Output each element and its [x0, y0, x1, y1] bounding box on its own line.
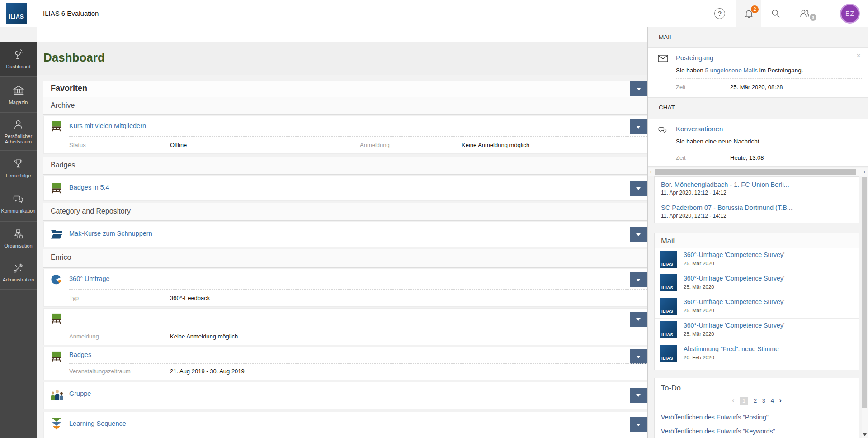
item-title-link[interactable]: Badges in 5.4 — [69, 184, 109, 191]
event-list-item: SC Paderborn 07 - Borussia Dortmund (T.B… — [655, 200, 859, 223]
caret-down-icon — [636, 279, 641, 281]
konversationen-link[interactable]: Konversationen — [676, 125, 723, 133]
close-icon[interactable]: ✕ — [856, 52, 861, 59]
calendar-events-list: Bor. Mönchengladbach - 1. FC Union Berli… — [654, 176, 859, 223]
chat-notification-text: Sie haben eine neue Nachricht. — [676, 138, 761, 145]
item-actions-dropdown[interactable] — [630, 417, 647, 432]
property-label: Status — [69, 142, 86, 148]
top-bar: ILIAS ILIAS 6 Evaluation ? 2 3 EZ — [0, 0, 868, 27]
time-label: Zeit — [676, 84, 686, 90]
sidebar-item-kommunikation[interactable]: Kommunikation — [0, 186, 37, 222]
ilias-logo-tile: ILIAS — [660, 274, 677, 291]
item-title-link[interactable]: Kurs mit vielen Mitgliedern — [69, 122, 146, 129]
section-title: Enrico — [51, 253, 71, 262]
mail-list-item: ILIAS 360°-Umfrage 'Competence Survey' 2… — [655, 319, 859, 342]
event-list-item: Bor. Mönchengladbach - 1. FC Union Berli… — [655, 177, 859, 200]
todo-widget-title: To-Do — [661, 384, 681, 392]
envelope-icon — [658, 55, 668, 62]
item-title-link[interactable]: Mak-Kurse zum Schnuppern — [69, 230, 152, 237]
todo-item-link[interactable]: Veröffentlichen des Entwurfs "Posting" — [655, 410, 859, 424]
unread-mails-link[interactable]: 5 ungelesene Mails — [705, 67, 758, 74]
pager-page-4[interactable]: 4 — [771, 397, 774, 404]
caret-down-icon — [636, 356, 641, 358]
event-date: 11. Apr 2020, 12:12 - 14:12 — [661, 213, 853, 219]
sidebar-item-label: Organisation — [3, 243, 33, 248]
item-actions-dropdown[interactable] — [630, 227, 647, 242]
sidebar-item-label: Kommunikation — [0, 208, 37, 214]
sidebar-item-arbeitsraum[interactable]: Persönlicher Arbeitsraum — [0, 113, 37, 151]
mail-section-header: MAIL — [659, 34, 673, 41]
divider — [69, 328, 647, 328]
item-title-link[interactable]: 360° Umfrage — [69, 275, 110, 282]
favorites-panel: Favoriten Archive Kurs mit vielen Mitgli… — [43, 81, 647, 438]
item-actions-dropdown[interactable] — [630, 349, 647, 364]
repository-icon — [13, 85, 24, 96]
online-users-button[interactable]: 3 — [792, 0, 817, 27]
user-avatar[interactable]: EZ — [840, 4, 860, 24]
sidebar-item-label: Lernerfolge — [5, 173, 32, 178]
property-label: Anmeldung — [360, 142, 390, 148]
favorites-actions-dropdown[interactable] — [630, 81, 647, 96]
item-card-gruppe: Gruppe — [43, 382, 647, 409]
favorites-title: Favoriten — [51, 84, 87, 93]
chat-bubbles-icon — [13, 194, 24, 205]
item-title-link[interactable]: Badges — [69, 351, 91, 358]
pager-page-1[interactable]: 1 — [740, 397, 748, 405]
pager-page-2[interactable]: 2 — [754, 397, 757, 404]
tools-icon — [13, 262, 24, 274]
item-actions-dropdown[interactable] — [630, 312, 647, 327]
property-value: Offline — [170, 142, 187, 148]
event-title-link[interactable]: SC Paderborn 07 - Borussia Dortmund (T.B… — [661, 204, 853, 211]
property-value: 360°-Feedback — [170, 295, 210, 301]
item-actions-dropdown[interactable] — [630, 181, 647, 196]
sidebar-item-dashboard[interactable]: Dashboard — [0, 42, 37, 77]
item-actions-dropdown[interactable] — [630, 272, 647, 287]
mail-title-link[interactable]: 360°-Umfrage 'Competence Survey' — [684, 275, 784, 282]
divider — [69, 436, 647, 436]
main-nav-sidebar: Dashboard Magazin Persönlicher Arbeitsra… — [0, 42, 37, 438]
item-card-learning-sequence: Learning Sequence — [43, 412, 647, 438]
notification-center-panel: MAIL Posteingang ✕ Sie haben 5 ungelesen… — [647, 27, 868, 438]
mail-title-link[interactable]: 360°-Umfrage 'Competence Survey' — [684, 298, 784, 305]
sidebar-item-magazin[interactable]: Magazin — [0, 77, 37, 113]
mail-title-link[interactable]: 360°-Umfrage 'Competence Survey' — [684, 322, 784, 329]
item-title-link[interactable]: Gruppe — [69, 390, 91, 397]
help-button[interactable]: ? — [707, 0, 732, 27]
mail-widget-header: Mail — [655, 233, 859, 248]
vertical-scrollbar[interactable] — [862, 176, 868, 438]
course-icon — [50, 120, 62, 132]
vertical-scrollbar-handle[interactable] — [862, 177, 867, 408]
divider — [69, 289, 647, 290]
text: im Posteingang. — [758, 67, 803, 74]
scroll-right-icon[interactable]: › — [862, 169, 867, 175]
horizontal-scrollbar[interactable]: ‹ › — [648, 168, 868, 176]
sidebar-item-administration[interactable]: Administration — [0, 255, 37, 290]
pager-page-3[interactable]: 3 — [762, 397, 765, 404]
item-actions-dropdown[interactable] — [630, 119, 647, 134]
pager-next-icon[interactable]: › — [779, 396, 782, 405]
chat-bubbles-icon — [658, 126, 668, 135]
mail-notification-text: Sie haben 5 ungelesene Mails im Posteing… — [676, 67, 803, 74]
caret-down-icon — [636, 126, 641, 129]
event-title-link[interactable]: Bor. Mönchengladbach - 1. FC Union Berli… — [661, 181, 853, 188]
todo-widget-panel: To-Do ‹ 1 2 3 4 › Veröffentlichen des En… — [654, 378, 859, 438]
horizontal-scrollbar-handle[interactable] — [655, 169, 856, 175]
notifications-button[interactable]: 2 — [736, 0, 761, 27]
sidebar-item-lernerfolge[interactable]: Lernerfolge — [0, 151, 37, 186]
page-header: Dashboard — [37, 42, 647, 75]
item-card-badges-in-54: Badges in 5.4 — [43, 176, 647, 201]
scroll-down-icon[interactable] — [863, 433, 867, 436]
ilias-logo[interactable]: ILIAS — [6, 3, 27, 24]
item-title-link[interactable]: Learning Sequence — [69, 420, 126, 427]
pager-prev-icon[interactable]: ‹ — [732, 396, 734, 405]
mail-title-link[interactable]: Abstimmung "Fred": neue Stimme — [684, 345, 779, 352]
sidebar-item-organisation[interactable]: Organisation — [0, 222, 37, 255]
posteingang-link[interactable]: Posteingang — [676, 54, 713, 62]
item-actions-dropdown[interactable] — [630, 388, 647, 403]
todo-item-link[interactable]: Veröffentlichen des Entwurfs "Keywords" — [655, 424, 859, 438]
scroll-left-icon[interactable]: ‹ — [648, 169, 654, 175]
search-button[interactable] — [763, 0, 788, 27]
mail-title-link[interactable]: 360°-Umfrage 'Competence Survey' — [684, 251, 784, 258]
property-label: Veranstaltungszeitraum — [69, 368, 131, 375]
caret-down-icon — [636, 233, 641, 236]
